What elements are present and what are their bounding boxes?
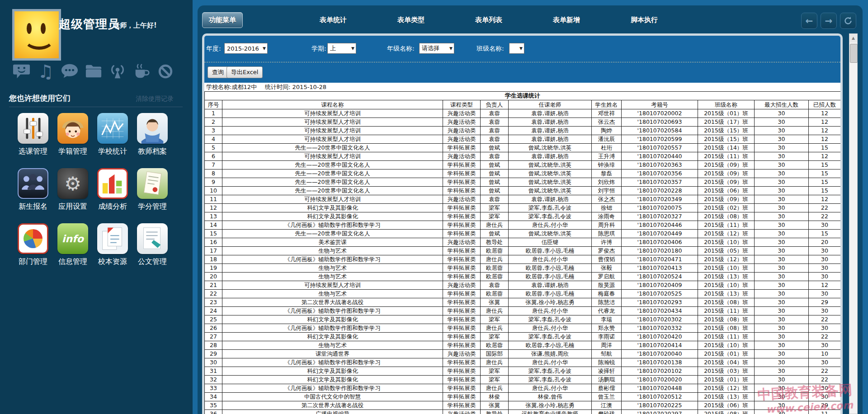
tab-2[interactable]: 表单统计 <box>320 16 347 24</box>
table-cell: 曾玉兰 <box>592 393 622 401</box>
table-cell: 《几何画板》辅助数学作图和数学学习 <box>222 358 443 367</box>
table-cell: 欧居蓉,李小琼,毛楠 <box>509 290 592 298</box>
music-icon[interactable]: ♫ <box>37 62 55 80</box>
back-button[interactable]: ← <box>801 13 817 29</box>
app-item-official-doc[interactable]: 公文管理 <box>133 223 172 267</box>
scrollbar-up-arrow[interactable]: ▲ <box>849 34 857 42</box>
main-panel: 功能菜单表单统计表单类型表单列表表单新增脚本执行 ← → 年度: 2015-20… <box>198 5 863 414</box>
table-cell: 2015级（08）班 <box>698 298 755 307</box>
clear-usage-link[interactable]: 清除使用记录 <box>136 95 174 103</box>
table-cell: '180107020225 <box>622 401 698 410</box>
folder-icon[interactable] <box>85 62 103 80</box>
table-cell: 36 <box>205 410 222 414</box>
sidebar: 超级管理员 老师，上午好! ♫ 您也许想使用它们 清除使用记录 选课管理学籍管理… <box>0 0 193 414</box>
forward-button[interactable]: → <box>821 13 837 29</box>
table-cell: 先生——20世界中国文化名人 <box>222 178 443 187</box>
table-cell: '180107020434 <box>622 307 698 315</box>
table-cell: 梁军,李磊,孔令波 <box>509 367 592 376</box>
table-cell: 科幻文学及其影像化 <box>222 333 443 341</box>
column-header: 已招人数 <box>809 100 841 109</box>
table-cell: 30 <box>809 221 841 230</box>
table-cell: 可持续发展型人才培训 <box>222 109 443 118</box>
course-selection-table: 学生选课统计 序号课程名称课程类型负责人任课老师学生姓名考籍号班级名称最大招生人… <box>204 91 841 414</box>
table-cell: 30 <box>809 255 841 264</box>
tab-5[interactable]: 表单新增 <box>553 16 580 24</box>
table-cell: 2015级（11）班 <box>698 333 755 341</box>
app-item-people[interactable]: 新生报名 <box>14 168 52 212</box>
table-cell: 22 <box>809 212 841 221</box>
term-select[interactable]: 上 ▼ <box>327 43 356 54</box>
app-item-girl[interactable]: 学籍管理 <box>53 113 92 156</box>
vertical-scrollbar[interactable]: ▲ <box>849 33 858 414</box>
coffee-icon[interactable] <box>132 62 151 80</box>
refresh-icon <box>844 16 853 25</box>
tab-1[interactable]: 功能菜单 <box>202 12 243 28</box>
table-cell: 欧居蓉 <box>481 247 509 255</box>
chevron-down-icon: ▼ <box>260 46 266 51</box>
table-cell: 欧居蓉 <box>481 341 509 350</box>
grade-chart-icon <box>97 168 128 199</box>
table-cell: 可持续发展型人才培训 <box>222 195 443 204</box>
table-cell: 学科拓展类 <box>443 341 481 350</box>
table-cell: 2015级（13）班 <box>698 273 755 281</box>
app-item-credit-paper[interactable]: 学分管理 <box>133 168 172 212</box>
table-cell: 30 <box>205 358 222 367</box>
table-cell: 学科拓展类 <box>443 230 481 238</box>
app-item-teacher[interactable]: 教师档案 <box>133 113 172 156</box>
app-item-sliders[interactable]: 选课管理 <box>14 113 52 156</box>
table-cell: '180107020327 <box>622 212 698 221</box>
table-cell: 30 <box>755 367 809 376</box>
sms-icon[interactable] <box>13 62 31 80</box>
table-row: 12科幻文学及其影像化学科拓展类梁军梁军,李磊,孔令波徐锶'1801070200… <box>205 204 841 212</box>
table-cell: 第二次世界大战著名战役 <box>222 298 443 307</box>
scrollbar-thumb[interactable] <box>850 44 858 63</box>
year-select[interactable]: 2015-2016 ▼ <box>224 43 268 54</box>
app-item-resource-doc[interactable]: 校本资源 <box>93 223 132 267</box>
tab-6[interactable]: 脚本执行 <box>631 16 658 24</box>
app-item-grade-chart[interactable]: 成绩分析 <box>93 168 132 212</box>
table-cell: 学科拓展类 <box>443 393 481 401</box>
table-cell: 周洋 <box>592 341 622 350</box>
app-item-gears[interactable]: ⚙应用设置 <box>53 168 92 212</box>
table-cell: 中国古代文化中的智慧 <box>222 393 443 401</box>
table-cell: 罗俊杰 <box>592 247 622 255</box>
table-cell: 30 <box>755 230 809 238</box>
table-cell: 曾斌,沈晓华,洪英 <box>509 169 592 178</box>
table-cell: 2015级（05）班 <box>698 247 755 255</box>
table-cell: 30 <box>809 341 841 350</box>
table-cell: 邹航 <box>592 350 622 358</box>
table-cell: 2015级（10）班 <box>698 281 755 290</box>
sidebar-divider <box>9 107 183 107</box>
chat-icon[interactable] <box>61 62 79 80</box>
app-item-pie-chart[interactable]: 部门管理 <box>14 223 52 267</box>
podcast-icon[interactable] <box>108 62 127 80</box>
table-cell: 11 <box>809 410 841 414</box>
table-cell: 学科拓展类 <box>443 324 481 333</box>
tab-4[interactable]: 表单列表 <box>475 16 502 24</box>
table-cell: 22 <box>809 333 841 341</box>
table-row: 32科幻文学及其影像化学科拓展类梁军梁军,李磊,孔令波汤鹏琨'180107020… <box>205 376 841 384</box>
table-row: 14《几何画板》辅助数学作图和数学学习学科拓展类唐仕兵唐仕兵,付小华周升科'18… <box>205 221 841 230</box>
column-header: 班级名称 <box>698 100 755 109</box>
app-item-stats-chart[interactable]: 学校统计 <box>93 113 132 156</box>
table-cell: 2015级（11）班 <box>698 221 755 230</box>
table-cell: 学科拓展类 <box>443 144 481 152</box>
refresh-button[interactable] <box>840 13 856 29</box>
table-cell: 可持续发展型人才培训 <box>222 127 443 135</box>
query-button[interactable]: 查询 <box>208 66 228 78</box>
table-cell: 学科拓展类 <box>443 367 481 376</box>
tab-3[interactable]: 表单类型 <box>397 16 425 24</box>
grade-select[interactable]: 请选择 ▼ <box>419 43 454 54</box>
table-cell: 2015级（03）班 <box>698 367 755 376</box>
table-cell: 可持续发展型人才培训 <box>222 135 443 144</box>
table-cell: 30 <box>755 178 809 187</box>
table-cell: 30 <box>755 315 809 324</box>
export-excel-button[interactable]: 导出Excel <box>226 66 263 78</box>
app-item-info[interactable]: info信息管理 <box>53 223 92 267</box>
table-cell: 袁蓉,谭妍,杨浩 <box>509 135 592 144</box>
block-icon[interactable] <box>156 62 175 80</box>
table-row: 9先生——20世界中国文化名人学科拓展类曾斌曾斌,沈晓华,洪英刘欣炜'18010… <box>205 178 841 187</box>
table-cell: 科幻文学及其影像化 <box>222 315 443 324</box>
girl-icon <box>57 113 88 144</box>
class-select[interactable]: ▼ <box>509 43 524 54</box>
